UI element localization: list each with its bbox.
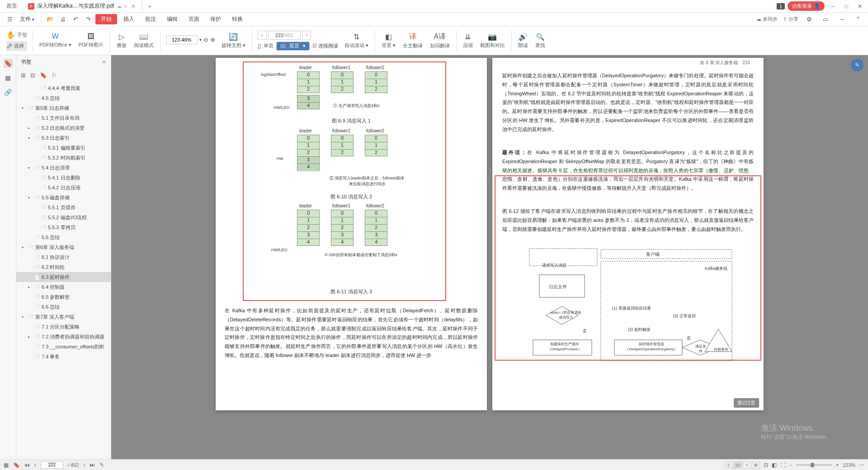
zoom-in-icon[interactable]: ⊕ <box>210 36 215 43</box>
bookmark-item[interactable]: 📄6.1 协议设计 <box>16 252 111 262</box>
sb-first-page-icon[interactable]: ⏮ <box>24 462 30 468</box>
sb-view1-icon[interactable]: ▯ <box>725 461 733 469</box>
menu-convert[interactable]: 转换 <box>227 15 247 23</box>
expand-icon[interactable]: ▾ <box>28 196 33 200</box>
sb-prev-page-icon[interactable]: ‹ <box>34 462 36 468</box>
add-bookmark-icon[interactable]: 🔖 <box>40 72 47 79</box>
minimize-button[interactable]: ─ <box>827 2 838 11</box>
menu-edit[interactable]: 编辑 <box>162 15 182 23</box>
thumbnail-tab-icon[interactable]: ▦ <box>4 73 13 82</box>
sb-next-page-icon[interactable]: › <box>83 462 85 468</box>
tab-home[interactable]: 首页 <box>0 0 24 12</box>
link-tab-icon[interactable]: 🔗 <box>4 88 13 97</box>
pdf-to-image-button[interactable]: 🖼PDF转图片 <box>75 31 107 50</box>
autoscroll-button[interactable]: ⇅自动滚动 ▾ <box>341 31 372 51</box>
document-viewport[interactable]: 0 1 2 3 4 0 1 2 0 1 2 leader follower1 f… <box>111 55 868 459</box>
read-aloud-button[interactable]: 🔊朗读 <box>514 31 532 51</box>
zoom-out-icon[interactable]: ⊖ <box>203 36 208 43</box>
menu-review[interactable]: 批注 <box>141 15 160 23</box>
expand-icon[interactable]: ▸ <box>28 335 33 339</box>
page-input[interactable]: 222/452 <box>268 31 301 40</box>
open-icon[interactable]: 📂 <box>45 14 56 25</box>
sb-zoom-value[interactable]: 123% <box>843 462 855 468</box>
dropdown-icon[interactable]: ▾ <box>124 4 127 9</box>
print-icon[interactable]: 🖨 <box>57 14 68 25</box>
sync-status[interactable]: ☁未同步 <box>756 16 778 23</box>
close-window-button[interactable]: ✕ <box>854 2 865 11</box>
undo-icon[interactable]: ↶ <box>70 14 81 25</box>
bookmark-item[interactable]: 📄4.4.4 考量因素 <box>16 83 111 93</box>
screenshot-button[interactable]: 📷截图和对比 <box>476 31 509 51</box>
sb-bookmark-icon[interactable]: 🔖 <box>13 462 20 468</box>
pdf-to-office-button[interactable]: WPDF转Office ▾ <box>36 31 75 50</box>
maximize-button[interactable]: □ <box>841 2 852 11</box>
bookmark-item[interactable]: 📄6.6 总结 <box>16 302 111 312</box>
login-button[interactable]: 访客登录👤 <box>788 1 825 11</box>
sb-last-page-icon[interactable]: ⏭ <box>90 462 95 468</box>
single-page-icon[interactable]: ▯ <box>258 42 261 49</box>
prev-page-button[interactable]: ‹ <box>258 31 267 40</box>
continuous-read-checkbox[interactable]: ☑ 连续阅读 <box>312 42 338 49</box>
close-panel-icon[interactable]: ✕ <box>102 59 106 65</box>
rotate-button[interactable]: 🔄旋转文档 ▾ <box>218 31 249 51</box>
read-mode-button[interactable]: 📖阅读模式 <box>130 31 157 51</box>
menu-page[interactable]: 页面 <box>184 15 204 23</box>
expand-icon[interactable]: ▾ <box>22 315 26 319</box>
redo-icon[interactable]: ↷ <box>83 14 94 25</box>
find-button[interactable]: 🔍查找 <box>532 31 549 51</box>
bookmark-item[interactable]: 📄7.1 分区分配策略 <box>16 322 111 332</box>
expand-icon[interactable]: ▾ <box>28 166 33 170</box>
sb-fullscreen-icon[interactable]: ⛶ <box>780 462 786 468</box>
bookmark-item[interactable]: ▾📄5.3 日志索引 <box>16 133 111 143</box>
sb-view4-icon[interactable]: ⊞ <box>752 461 760 469</box>
layout-icon[interactable]: ▭ <box>820 14 831 25</box>
sb-zoom-out-icon[interactable]: − <box>789 462 793 468</box>
bookmark-item[interactable]: 📄7.4 事务 <box>16 352 111 362</box>
locate-icon[interactable]: ⚐ <box>52 72 57 79</box>
collapse-all-icon[interactable]: ⊟ <box>30 72 35 79</box>
bookmark-tab-icon[interactable]: 🔖 <box>4 59 13 68</box>
menu-icon[interactable]: ☰ <box>5 14 15 25</box>
expand-icon[interactable]: ▸ <box>28 126 33 130</box>
float-assistant-icon[interactable]: ✎ <box>851 59 863 71</box>
zoom-dropdown-icon[interactable]: ▾ <box>199 38 202 42</box>
fulltext-translate-button[interactable]: 译全文翻译 <box>399 30 426 51</box>
menu-start[interactable]: 开始 <box>95 14 117 24</box>
bookmark-item[interactable]: ▾📄第7章 深入客户端 <box>16 312 111 322</box>
bookmark-item[interactable]: ▸📄5.2 日志格式的演变 <box>16 123 111 133</box>
compress-button[interactable]: ⇊压缩 <box>459 31 476 51</box>
bookmark-item[interactable]: 📄6.3 延时操作 <box>16 272 111 282</box>
next-page-button[interactable]: › <box>302 31 311 40</box>
double-page-toggle[interactable]: ▯▯ 双页 ▾ <box>276 42 310 51</box>
settings-icon[interactable]: ⚙ <box>804 14 815 25</box>
tab-document[interactable]: P 深入理解Kafka…与实践原理.pdf ☁ ▾ ✕ <box>24 0 142 12</box>
bookmark-item[interactable]: ▸📄7.2 消费者协调器和组协调器 <box>16 332 111 342</box>
expand-all-icon[interactable]: ⊞ <box>21 72 26 79</box>
close-tab-icon[interactable]: ✕ <box>129 3 137 9</box>
bookmark-item[interactable]: 📄5.5.3 零拷贝 <box>16 222 111 232</box>
expand-icon[interactable]: ▾ <box>28 136 33 140</box>
bookmark-item[interactable]: 📄6.5 参数解密 <box>16 292 111 302</box>
sb-more-icon[interactable]: ⋯ <box>859 462 864 468</box>
bookmark-item[interactable]: 📄6.2 时间轮 <box>16 262 111 272</box>
bookmark-item[interactable]: 📄7.3 __consumer_offsets剖析 <box>16 342 111 352</box>
bookmark-item[interactable]: 📄5.6 总结 <box>16 232 111 242</box>
bookmark-item[interactable]: 📄5.3.1 偏移量索引 <box>16 143 111 153</box>
sb-page-input[interactable] <box>41 461 63 469</box>
expand-icon[interactable]: ▸ <box>28 285 33 289</box>
collapse-ribbon-icon[interactable]: ⌃ <box>853 14 863 25</box>
menu-insert[interactable]: 插入 <box>119 15 139 23</box>
sb-thumbnail-icon[interactable]: ▦ <box>4 462 9 468</box>
word-translate-button[interactable]: A译划词翻译 <box>426 30 453 51</box>
bookmark-item[interactable]: 📄5.4.2 日志压缩 <box>16 183 111 193</box>
hand-tool[interactable]: ✋手型 <box>6 30 27 40</box>
bookmark-item[interactable]: ▾📄第6章 深入服务端 <box>16 242 111 252</box>
zoom-slider[interactable] <box>796 464 832 466</box>
select-tool[interactable]: ⬀选择 <box>6 41 27 51</box>
sb-fit2-icon[interactable]: ◧ <box>772 462 777 468</box>
bookmark-item[interactable]: ▾📄5.4 日志清理 <box>16 163 111 173</box>
zoom-input[interactable] <box>166 35 198 44</box>
menu-protect[interactable]: 保护 <box>206 15 226 23</box>
bookmark-item[interactable]: 📄5.1 文件目录布局 <box>16 113 111 123</box>
bookmark-item[interactable]: 📄5.3.2 时间戳索引 <box>16 153 111 163</box>
